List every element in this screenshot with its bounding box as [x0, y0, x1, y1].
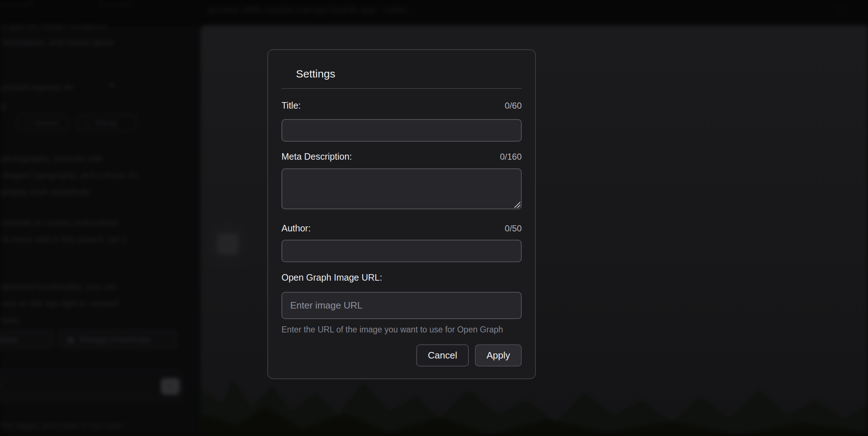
settings-dialog: Settings Title: 0/60 Meta Description: 0…	[267, 49, 536, 379]
dialog-divider	[281, 88, 522, 89]
title-field-label: Title:	[281, 100, 301, 111]
meta-description-textarea[interactable]	[281, 168, 522, 209]
og-image-url-label: Open Graph Image URL:	[281, 272, 382, 283]
og-image-url-helper-text: Enter the URL of the image you want to u…	[281, 325, 522, 335]
screen: d typo no, visual, nondance techniques, …	[0, 0, 868, 436]
apply-button[interactable]: Apply	[475, 344, 522, 366]
author-char-counter: 0/50	[505, 223, 522, 234]
meta-description-char-counter: 0/160	[500, 152, 522, 162]
title-char-counter: 0/60	[505, 101, 522, 111]
cancel-button[interactable]: Cancel	[416, 344, 469, 366]
author-field-label: Author:	[281, 223, 311, 234]
meta-description-label: Meta Description:	[281, 151, 352, 162]
og-image-url-input[interactable]	[281, 292, 522, 319]
dialog-title: Settings	[281, 67, 522, 80]
author-input[interactable]	[281, 240, 522, 262]
title-input[interactable]	[281, 119, 522, 142]
